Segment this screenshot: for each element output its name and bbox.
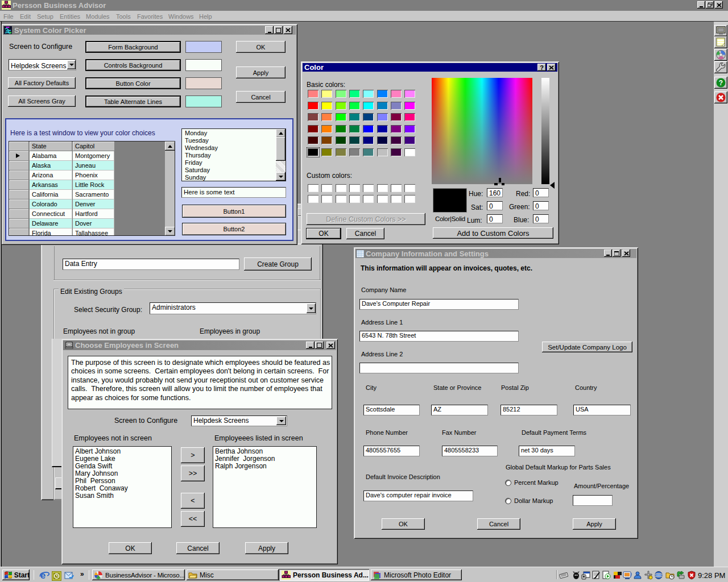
svg-text:?: ? <box>719 79 723 87</box>
svg-text:e: e <box>40 570 46 580</box>
